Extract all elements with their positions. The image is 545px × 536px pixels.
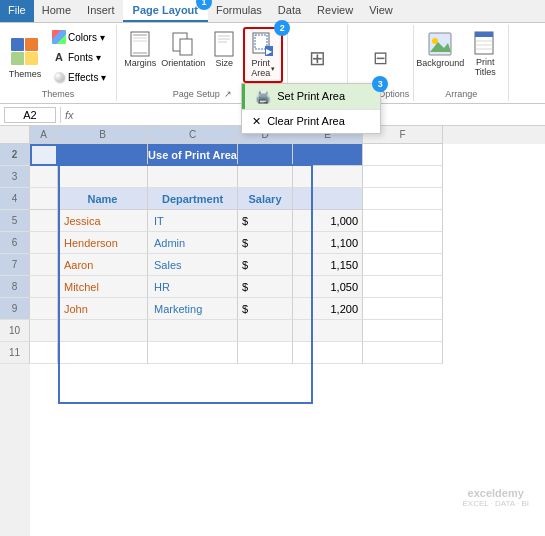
row-num-3[interactable]: 4 [0, 188, 30, 210]
cell-a6[interactable] [30, 232, 58, 254]
cell-reference[interactable] [4, 107, 56, 123]
cell-e5[interactable]: 1,000 [293, 210, 363, 232]
tab-review[interactable]: Review [309, 0, 361, 22]
cell-f6[interactable] [363, 232, 443, 254]
cell-c11[interactable] [148, 342, 238, 364]
cell-a8[interactable] [30, 276, 58, 298]
cell-a9[interactable] [30, 298, 58, 320]
cell-c9[interactable]: Marketing [148, 298, 238, 320]
background-button[interactable]: Background [418, 27, 462, 71]
cell-f10[interactable] [363, 320, 443, 342]
cell-b5[interactable]: Jessica [58, 210, 148, 232]
row-num-6[interactable]: 7 [0, 254, 30, 276]
cell-c4[interactable]: Department [148, 188, 238, 210]
tab-home[interactable]: Home [34, 0, 79, 22]
cell-c6[interactable]: Admin [148, 232, 238, 254]
cell-f3[interactable] [363, 166, 443, 188]
row-num-5[interactable]: 6 [0, 232, 30, 254]
cell-c10[interactable] [148, 320, 238, 342]
cell-b3[interactable] [58, 166, 148, 188]
row-num-2[interactable]: 3 [0, 166, 30, 188]
tab-formulas[interactable]: Formulas [208, 0, 270, 22]
cell-a11[interactable] [30, 342, 58, 364]
cell-c7[interactable]: Sales [148, 254, 238, 276]
tab-view[interactable]: View [361, 0, 401, 22]
row-num-10[interactable]: 11 [0, 342, 30, 364]
tab-data[interactable]: Data [270, 0, 309, 22]
ribbon-tabs: File Home Insert Page Layout 1 Formulas … [0, 0, 545, 23]
row-num-8[interactable]: 9 [0, 298, 30, 320]
cell-c8[interactable]: HR [148, 276, 238, 298]
cell-a7[interactable] [30, 254, 58, 276]
cell-b8[interactable]: Mitchel [58, 276, 148, 298]
spreadsheet: A B C D E F 2 3 4 5 6 7 8 9 10 11 [0, 126, 545, 536]
cell-b6[interactable]: Henderson [58, 232, 148, 254]
cell-f2[interactable] [363, 144, 443, 166]
cell-b11[interactable] [58, 342, 148, 364]
cell-d10[interactable] [238, 320, 293, 342]
cell-b7[interactable]: Aaron [58, 254, 148, 276]
colors-button[interactable]: Colors ▾ [48, 27, 110, 47]
cell-f8[interactable] [363, 276, 443, 298]
cell-d8[interactable]: $ [238, 276, 293, 298]
cell-d11[interactable] [238, 342, 293, 364]
cell-e3[interactable] [293, 166, 363, 188]
cell-d5[interactable]: $ [238, 210, 293, 232]
fonts-button[interactable]: A Fonts ▾ [48, 47, 110, 67]
tab-insert[interactable]: Insert [79, 0, 123, 22]
themes-button[interactable]: Themes [6, 33, 44, 82]
table-row: Henderson Admin $ 1,100 [30, 232, 545, 254]
cell-b10[interactable] [58, 320, 148, 342]
cell-c3[interactable] [148, 166, 238, 188]
cell-d4[interactable]: Salary [238, 188, 293, 210]
cell-f7[interactable] [363, 254, 443, 276]
clear-print-area-item[interactable]: ✕ Clear Print Area [242, 110, 380, 133]
cell-d9[interactable]: $ [238, 298, 293, 320]
cell-a2[interactable] [30, 144, 58, 166]
cell-e11[interactable] [293, 342, 363, 364]
cell-b2[interactable] [58, 144, 148, 166]
col-header-c[interactable]: C [148, 126, 238, 144]
tab-file[interactable]: File [0, 0, 34, 22]
cell-f9[interactable] [363, 298, 443, 320]
page-setup-expand-icon[interactable]: ↗ [224, 89, 232, 99]
cell-b9[interactable]: John [58, 298, 148, 320]
table-row: Aaron Sales $ 1,150 [30, 254, 545, 276]
cell-e10[interactable] [293, 320, 363, 342]
cell-f11[interactable] [363, 342, 443, 364]
effects-button[interactable]: Effects ▾ [48, 67, 110, 87]
row-num-9[interactable]: 10 [0, 320, 30, 342]
cell-f4[interactable] [363, 188, 443, 210]
cell-e6[interactable]: 1,100 [293, 232, 363, 254]
margins-button[interactable]: Margins [121, 27, 159, 71]
print-area-button[interactable]: ▶ PrintArea ▾ [243, 27, 283, 83]
orientation-button[interactable]: Orientation [161, 27, 205, 71]
cell-e7[interactable]: 1,150 [293, 254, 363, 276]
cell-e4[interactable] [293, 188, 363, 210]
cell-a4[interactable] [30, 188, 58, 210]
row-num-1[interactable]: 2 [0, 144, 30, 166]
cell-e9[interactable]: 1,200 [293, 298, 363, 320]
cell-e8[interactable]: 1,050 [293, 276, 363, 298]
print-titles-button[interactable]: PrintTitles [466, 27, 504, 81]
col-header-b[interactable]: B [58, 126, 148, 144]
cell-a10[interactable] [30, 320, 58, 342]
cell-d7[interactable]: $ [238, 254, 293, 276]
cell-d2[interactable] [238, 144, 293, 166]
cell-a5[interactable] [30, 210, 58, 232]
size-button[interactable]: Size [207, 27, 241, 71]
set-print-area-item[interactable]: 🖨️ Set Print Area 3 [242, 84, 380, 109]
row-num-4[interactable]: 5 [0, 210, 30, 232]
cell-e2[interactable] [293, 144, 363, 166]
cell-d3[interactable] [238, 166, 293, 188]
tab-page-layout[interactable]: Page Layout 1 [123, 0, 208, 22]
cell-d6[interactable]: $ [238, 232, 293, 254]
cell-f5[interactable] [363, 210, 443, 232]
cell-a3[interactable] [30, 166, 58, 188]
cell-c5[interactable]: IT [148, 210, 238, 232]
cell-b4[interactable]: Name [58, 188, 148, 210]
col-header-a[interactable]: A [30, 126, 58, 144]
row-num-7[interactable]: 8 [0, 276, 30, 298]
table-row: Name Department Salary [30, 188, 545, 210]
cell-c2[interactable]: Use of Print Area [148, 144, 238, 166]
